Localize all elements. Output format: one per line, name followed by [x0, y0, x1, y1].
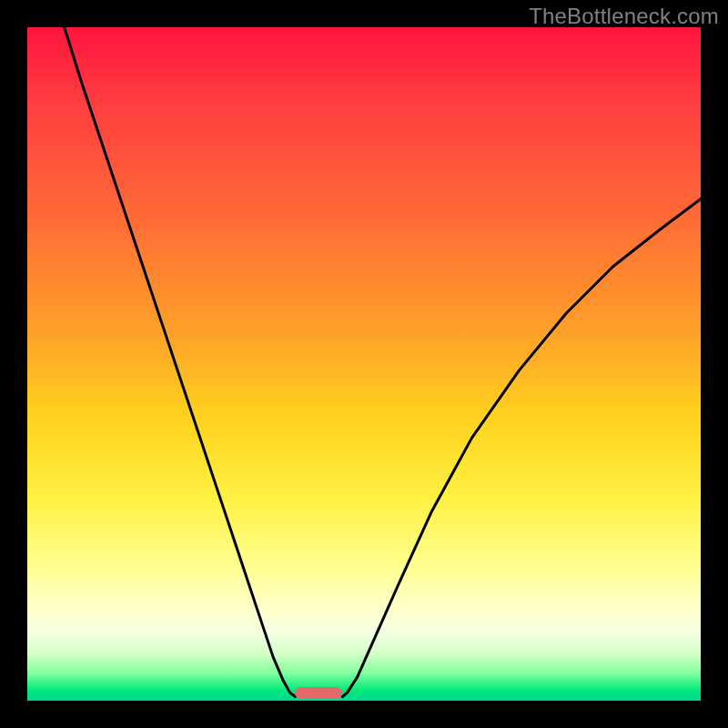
curve-svg [27, 27, 701, 701]
watermark-text: TheBottleneck.com [529, 4, 719, 29]
bottleneck-marker [295, 687, 342, 699]
right-branch-path [342, 199, 701, 697]
chart-outer: TheBottleneck.com [0, 0, 728, 728]
plot-area [27, 27, 701, 701]
left-branch-path [65, 27, 296, 697]
